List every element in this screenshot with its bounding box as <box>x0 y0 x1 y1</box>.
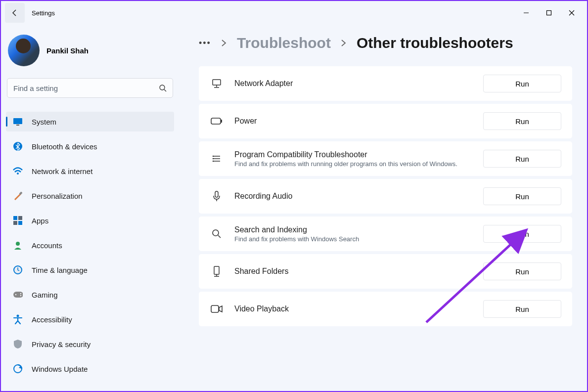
card-description: Find and fix problems with Windows Searc… <box>234 235 482 243</box>
bluetooth-icon <box>13 141 23 151</box>
svg-point-18 <box>20 295 21 296</box>
card-text: Shared Folders <box>234 267 483 276</box>
maximize-button[interactable] <box>538 5 560 21</box>
troubleshooter-card: Shared FoldersRun <box>199 254 572 289</box>
nav-list: SystemBluetooth & devicesNetwork & inter… <box>6 112 174 379</box>
card-text: Video Playback <box>234 305 483 313</box>
run-button[interactable]: Run <box>483 112 561 130</box>
close-icon <box>569 10 575 16</box>
sidebar-item-accessibility[interactable]: Accessibility <box>6 309 174 329</box>
main-content: ••• Troubleshoot Other troubleshooters N… <box>179 25 587 391</box>
back-arrow-icon <box>11 9 19 17</box>
sidebar-item-label: Accessibility <box>32 315 72 324</box>
svg-rect-36 <box>214 266 219 274</box>
svg-rect-21 <box>213 80 221 85</box>
video-icon <box>210 305 224 313</box>
shield-icon <box>13 339 23 349</box>
breadcrumb: ••• Troubleshoot Other troubleshooters <box>199 35 572 51</box>
card-text: Recording Audio <box>234 192 483 201</box>
run-button[interactable]: Run <box>483 300 561 318</box>
search-box[interactable] <box>7 78 173 98</box>
svg-rect-9 <box>13 216 17 220</box>
sidebar-item-accounts[interactable]: Accounts <box>6 235 174 255</box>
sidebar-item-network-internet[interactable]: Network & internet <box>6 161 174 181</box>
svg-rect-25 <box>221 120 222 123</box>
card-title: Power <box>234 117 483 126</box>
sidebar-item-gaming[interactable]: Gaming <box>6 285 174 305</box>
sidebar-item-apps[interactable]: Apps <box>6 211 174 230</box>
card-title: Video Playback <box>234 305 483 313</box>
troubleshooter-card: Search and IndexingFind and fix problems… <box>199 217 572 251</box>
card-text: Network Adapter <box>234 79 483 88</box>
svg-point-7 <box>17 173 19 174</box>
app-title: Settings <box>32 9 55 17</box>
person-icon <box>13 240 23 250</box>
sidebar-item-personalization[interactable]: Personalization <box>6 186 174 206</box>
brush-icon <box>13 191 23 201</box>
run-button[interactable]: Run <box>483 75 561 92</box>
network-icon <box>210 79 224 88</box>
card-text: Program Compatibility TroubleshooterFind… <box>234 150 483 168</box>
card-title: Search and Indexing <box>234 225 483 234</box>
run-button[interactable]: Run <box>483 262 561 280</box>
svg-point-31 <box>213 161 214 162</box>
back-button[interactable] <box>5 3 25 23</box>
troubleshooter-card: Network AdapterRun <box>199 66 572 101</box>
svg-point-29 <box>213 156 214 157</box>
search-input[interactable] <box>13 84 159 92</box>
run-button[interactable]: Run <box>483 225 561 243</box>
sidebar-item-label: Personalization <box>32 192 83 200</box>
svg-point-34 <box>213 230 219 236</box>
sidebar-item-label: Apps <box>32 217 48 225</box>
clock-icon <box>13 265 23 275</box>
sidebar-item-label: System <box>32 118 56 126</box>
compat-icon <box>210 154 224 164</box>
sidebar-item-privacy-security[interactable]: Privacy & security <box>6 334 174 354</box>
search-icon <box>210 229 224 239</box>
titlebar: Settings <box>1 1 587 25</box>
svg-rect-15 <box>13 292 23 298</box>
svg-point-19 <box>17 315 19 317</box>
breadcrumb-current: Other troubleshooters <box>357 35 513 51</box>
apps-icon <box>13 216 23 225</box>
svg-point-17 <box>20 293 21 294</box>
sidebar-item-label: Bluetooth & devices <box>32 142 97 151</box>
sidebar-item-label: Windows Update <box>32 365 88 373</box>
sidebar-item-label: Gaming <box>32 291 58 299</box>
troubleshooter-card: Video PlaybackRun <box>199 292 572 326</box>
troubleshooter-card: Recording AudioRun <box>199 179 572 214</box>
close-button[interactable] <box>560 5 583 21</box>
mic-icon <box>210 191 224 202</box>
svg-rect-39 <box>211 305 219 312</box>
update-icon <box>13 364 23 374</box>
profile[interactable]: Pankil Shah <box>6 31 174 76</box>
card-title: Network Adapter <box>234 79 483 88</box>
card-title: Recording Audio <box>234 192 483 201</box>
svg-rect-12 <box>18 221 22 225</box>
troubleshooter-card: Program Compatibility TroubleshooterFind… <box>199 141 572 176</box>
run-button[interactable]: Run <box>483 150 561 168</box>
svg-rect-11 <box>13 221 17 225</box>
svg-point-2 <box>160 85 165 90</box>
minimize-button[interactable] <box>515 5 538 21</box>
search-icon <box>159 84 167 92</box>
run-button[interactable]: Run <box>483 187 561 205</box>
profile-name: Pankil Shah <box>46 46 89 55</box>
svg-rect-24 <box>211 118 221 124</box>
sidebar-item-label: Privacy & security <box>32 340 90 348</box>
breadcrumb-parent[interactable]: Troubleshoot <box>237 35 331 51</box>
sidebar-item-system[interactable]: System <box>6 112 174 131</box>
window-controls <box>515 5 583 21</box>
sidebar-item-label: Network & internet <box>32 167 92 175</box>
sidebar-item-bluetooth-devices[interactable]: Bluetooth & devices <box>6 136 174 156</box>
maximize-icon <box>546 10 552 16</box>
svg-point-13 <box>16 242 20 246</box>
power-icon <box>210 118 224 125</box>
card-text: Search and IndexingFind and fix problems… <box>234 225 483 243</box>
wifi-icon <box>13 166 23 176</box>
sidebar-item-time-language[interactable]: Time & language <box>6 260 174 280</box>
sidebar: Pankil Shah SystemBluetooth & devicesNet… <box>1 25 179 391</box>
breadcrumb-ellipsis[interactable]: ••• <box>199 38 211 48</box>
svg-rect-32 <box>215 191 218 197</box>
sidebar-item-windows-update[interactable]: Windows Update <box>6 359 174 379</box>
